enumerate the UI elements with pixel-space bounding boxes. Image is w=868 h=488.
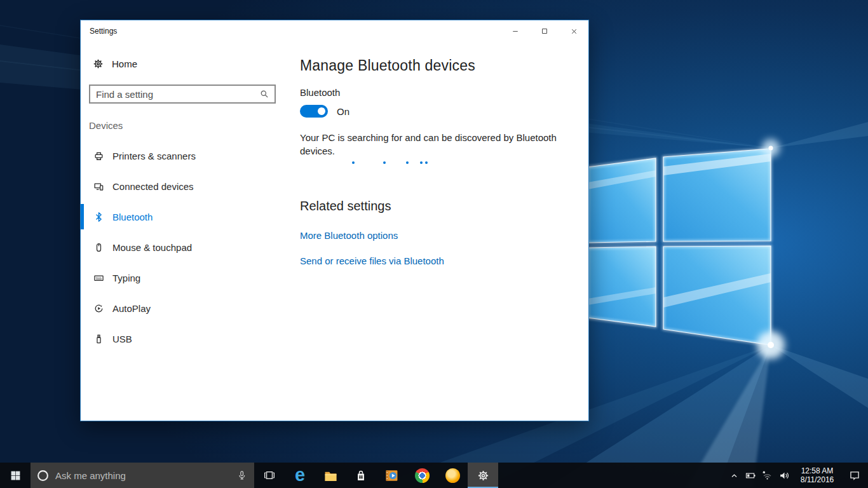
toggle-state-label: On	[337, 106, 349, 117]
page-title: Manage Bluetooth devices	[300, 57, 475, 74]
close-icon	[570, 27, 578, 36]
sidebar-item-typing[interactable]: Typing	[81, 265, 300, 290]
tray-battery-button[interactable]	[742, 463, 759, 488]
sidebar-item-mouse-touchpad[interactable]: Mouse & touchpad	[81, 234, 300, 260]
maximize-icon	[541, 27, 548, 35]
minimize-button[interactable]	[501, 20, 530, 42]
sidebar-item-printers-scanners[interactable]: Printers & scanners	[81, 143, 300, 168]
clock-time: 12:58 AM	[801, 466, 834, 475]
printer-icon	[93, 151, 104, 161]
loading-dots	[300, 161, 465, 164]
wifi-icon	[762, 470, 773, 481]
sidebar-item-usb[interactable]: USB	[81, 326, 300, 351]
taskbar-media-player-button[interactable]	[376, 463, 407, 488]
related-settings-heading: Related settings	[300, 199, 391, 214]
media-player-icon	[384, 468, 399, 483]
more-bluetooth-options-link[interactable]: More Bluetooth options	[300, 230, 398, 241]
taskbar-edge-button[interactable]: e	[285, 463, 315, 488]
titlebar[interactable]: Settings	[81, 20, 588, 42]
action-center-icon	[849, 470, 860, 481]
sidebar-item-home[interactable]: Home	[81, 52, 300, 75]
windows-logo-icon	[10, 470, 21, 481]
find-setting-searchbox[interactable]	[89, 85, 276, 104]
bluetooth-toggle[interactable]	[300, 105, 328, 118]
autoplay-icon	[93, 303, 104, 314]
tray-network-button[interactable]	[759, 463, 775, 488]
taskbar-clock[interactable]: 12:58 AM 8/11/2016	[793, 463, 841, 488]
bluetooth-toggle-label: Bluetooth	[300, 87, 340, 98]
minimize-icon	[512, 27, 519, 35]
sidebar-item-bluetooth[interactable]: Bluetooth	[81, 204, 300, 229]
settings-window: Settings	[80, 20, 589, 421]
cortana-placeholder: Ask me anything	[55, 470, 236, 481]
battery-icon	[745, 470, 756, 481]
start-button[interactable]	[0, 463, 31, 488]
mouse-icon	[93, 242, 104, 253]
sidebar-item-connected-devices[interactable]: Connected devices	[81, 173, 300, 199]
tray-show-hidden-icons-button[interactable]	[726, 463, 742, 488]
taskbar-settings-button[interactable]	[468, 463, 498, 488]
keyboard-icon	[93, 273, 104, 283]
action-center-button[interactable]	[841, 463, 868, 488]
taskbar-chrome-button[interactable]	[407, 463, 437, 488]
edge-icon: e	[295, 466, 305, 484]
toggle-knob	[318, 107, 325, 115]
taskbar-store-button[interactable]	[346, 463, 376, 488]
microphone-icon[interactable]	[236, 470, 247, 481]
clock-date: 8/11/2016	[801, 475, 834, 484]
send-receive-files-link[interactable]: Send or receive files via Bluetooth	[300, 255, 444, 266]
chevron-up-icon	[729, 471, 739, 480]
sidebar-item-autoplay[interactable]: AutoPlay	[81, 295, 300, 321]
chrome-icon	[415, 468, 430, 483]
volume-icon	[779, 470, 790, 481]
system-tray: 12:58 AM 8/11/2016	[726, 463, 868, 488]
settings-sidebar: Home Devices Printers & scan	[81, 42, 300, 421]
close-button[interactable]	[559, 20, 588, 42]
chrome-canary-icon	[445, 468, 460, 483]
task-view-icon	[263, 469, 276, 482]
tray-volume-button[interactable]	[775, 463, 793, 488]
usb-icon	[93, 334, 104, 344]
file-explorer-icon	[323, 468, 338, 483]
cortana-search-box[interactable]: Ask me anything	[31, 463, 254, 488]
taskbar-chrome-canary-button[interactable]	[437, 463, 468, 488]
window-title: Settings	[90, 27, 117, 36]
task-view-button[interactable]	[254, 463, 285, 488]
devices-section-label: Devices	[89, 120, 123, 131]
searching-status-text: Your PC is searching for and can be disc…	[300, 131, 564, 158]
connected-devices-icon	[93, 181, 104, 192]
search-input[interactable]	[90, 89, 259, 100]
bluetooth-icon	[93, 212, 104, 222]
bluetooth-settings-pane: Manage Bluetooth devices Bluetooth On Yo…	[300, 42, 588, 421]
store-icon	[354, 468, 368, 482]
taskbar: Ask me anything e	[0, 463, 868, 488]
home-label: Home	[112, 58, 137, 69]
search-icon	[259, 89, 269, 99]
maximize-button[interactable]	[530, 20, 559, 42]
gear-icon	[93, 58, 104, 69]
cortana-icon	[37, 470, 49, 482]
sidebar-nav: Printers & scanners Connected devices	[81, 143, 300, 356]
taskbar-file-explorer-button[interactable]	[315, 463, 346, 488]
desktop: Settings	[0, 0, 868, 488]
settings-gear-icon	[477, 470, 489, 482]
